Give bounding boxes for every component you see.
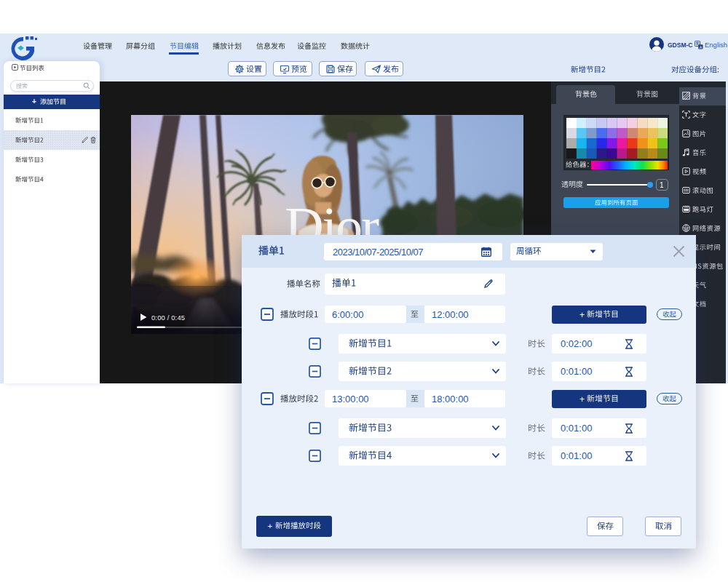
svg-text:A: A: [700, 45, 703, 49]
svg-text:0:00 / 0:45: 0:00 / 0:45: [151, 314, 185, 322]
